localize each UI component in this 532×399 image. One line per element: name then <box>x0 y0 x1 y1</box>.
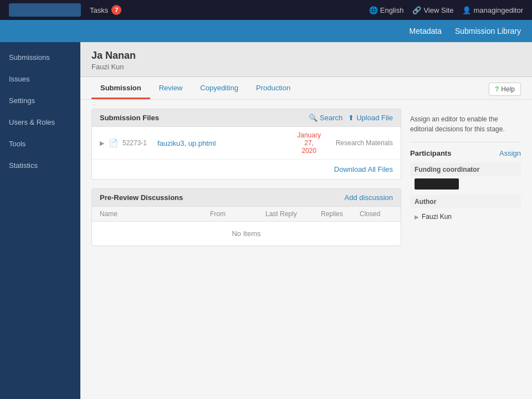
sidebar-item-tools[interactable]: Tools <box>0 133 80 155</box>
sidebar-tools-label: Tools <box>9 140 25 148</box>
search-icon: 🔍 <box>309 114 318 122</box>
app-logo <box>9 3 81 17</box>
discussions-table: Name From Last Reply Replies Closed No I… <box>92 207 401 245</box>
col-replies-header: Replies <box>321 210 360 218</box>
tab-review[interactable]: Review <box>150 77 192 99</box>
funding-coordinator-group: Funding coordinator <box>410 163 521 190</box>
view-site-link[interactable]: 🔗 View Site <box>412 6 453 14</box>
tab-copyediting[interactable]: Copyediting <box>191 77 247 99</box>
col-from-header: From <box>210 210 265 218</box>
tab-submission[interactable]: Submission <box>91 77 150 99</box>
tasks-label: Tasks <box>90 6 108 14</box>
sidebar-item-submissions[interactable]: Submissions <box>0 47 80 68</box>
discussions-header: Pre-Review Discussions Add discussion <box>92 189 401 207</box>
tab-production[interactable]: Production <box>247 77 299 99</box>
sidebar: Submissions Issues Settings Users & Role… <box>0 42 80 399</box>
tab-review-label: Review <box>159 84 183 92</box>
sidebar-item-issues[interactable]: Issues <box>0 68 80 90</box>
sidebar-item-statistics[interactable]: Statistics <box>0 155 80 176</box>
sidebar-issues-label: Issues <box>9 75 30 83</box>
sidebar-item-settings[interactable]: Settings <box>0 90 80 111</box>
funding-coordinator-label: Funding coordinator <box>410 163 521 176</box>
tasks-section[interactable]: Tasks 7 <box>90 5 121 15</box>
user-icon: 👤 <box>462 6 471 14</box>
search-label: Search <box>320 114 342 122</box>
participants-panel: Participants Assign Funding coordinator … <box>410 149 521 223</box>
submission-files-title: Submission Files <box>100 114 159 122</box>
col-name-header: Name <box>100 210 210 218</box>
globe-icon: 🌐 <box>369 6 378 14</box>
author-group: Author ▶ Fauzi Kun <box>410 195 521 223</box>
author-participant-item: ▶ Fauzi Kun <box>410 211 521 223</box>
discussions-table-header: Name From Last Reply Replies Closed <box>92 207 401 222</box>
tab-copyediting-label: Copyediting <box>200 84 238 92</box>
file-expand-icon[interactable]: ▶ <box>100 140 104 147</box>
view-site-label: View Site <box>423 6 453 14</box>
language-label: English <box>380 6 404 14</box>
top-bar: Tasks 7 🌐 English 🔗 View Site 👤 managing… <box>0 0 532 20</box>
add-discussion-label: Add discussion <box>345 193 393 202</box>
file-name-link[interactable]: fauziku3, up.phtml <box>157 139 283 147</box>
help-icon: ? <box>495 85 499 93</box>
no-items-message: No Items <box>92 222 401 245</box>
right-column: Assign an editor to enable the editorial… <box>410 109 521 255</box>
submission-files-header: Submission Files 🔍 Search ⬆ Upload File <box>92 109 401 127</box>
file-type: Research Materials <box>336 139 393 147</box>
submission-files-actions: 🔍 Search ⬆ Upload File <box>309 114 393 122</box>
add-discussion-link[interactable]: Add discussion <box>345 193 393 202</box>
external-link-icon: 🔗 <box>412 6 421 14</box>
download-all-section: Download All Files <box>92 160 401 179</box>
sidebar-statistics-label: Statistics <box>9 161 38 170</box>
left-column: Submission Files 🔍 Search ⬆ Upload File <box>91 109 401 255</box>
file-date: January27,2020 <box>287 131 331 155</box>
file-id: 52273-1 <box>122 139 153 147</box>
file-row: ▶ 📄 52273-1 fauziku3, up.phtml January27… <box>92 127 401 160</box>
author-person-name: Fauzi Kun <box>422 213 452 221</box>
tab-submission-label: Submission <box>100 84 141 92</box>
col-last-reply-header: Last Reply <box>265 210 321 218</box>
author-subtitle: Fauzi Kun <box>91 63 521 71</box>
participant-expand-icon[interactable]: ▶ <box>415 214 419 220</box>
tab-production-label: Production <box>256 84 290 92</box>
redacted-participant <box>415 178 459 190</box>
user-menu[interactable]: 👤 managingeditor <box>462 6 523 14</box>
tasks-badge: 7 <box>111 5 121 15</box>
help-button[interactable]: ? Help <box>489 83 521 96</box>
top-bar-right: 🌐 English 🔗 View Site 👤 managingeditor <box>369 6 523 14</box>
search-link[interactable]: 🔍 Search <box>309 114 342 122</box>
tabs-bar: Submission Review Copyediting Production… <box>80 77 532 100</box>
language-selector[interactable]: 🌐 English <box>369 6 404 14</box>
discussions-panel: Pre-Review Discussions Add discussion Na… <box>91 188 401 246</box>
file-document-icon: 📄 <box>109 139 118 147</box>
download-all-link[interactable]: Download All Files <box>334 165 393 173</box>
assign-notice: Assign an editor to enable the editorial… <box>410 109 521 142</box>
sub-header: Metadata Submission Library <box>0 20 532 42</box>
participants-header: Participants Assign <box>410 149 521 157</box>
sidebar-settings-label: Settings <box>9 96 35 105</box>
top-bar-left: Tasks 7 <box>9 3 121 17</box>
username-label: managingeditor <box>473 6 523 14</box>
submission-header: Ja Nanan Fauzi Kun <box>80 42 532 77</box>
metadata-link[interactable]: Metadata <box>410 27 442 35</box>
submission-files-panel: Submission Files 🔍 Search ⬆ Upload File <box>91 109 401 180</box>
help-label: Help <box>501 85 515 93</box>
sidebar-item-users-roles[interactable]: Users & Roles <box>0 111 80 133</box>
submission-library-link[interactable]: Submission Library <box>455 27 521 35</box>
author-name: Ja Nanan <box>91 50 521 62</box>
content-area: Ja Nanan Fauzi Kun Submission Review Cop… <box>80 42 532 399</box>
discussions-title: Pre-Review Discussions <box>100 193 183 202</box>
author-group-label: Author <box>410 195 521 208</box>
assign-link[interactable]: Assign <box>499 149 521 157</box>
upload-file-link[interactable]: ⬆ Upload File <box>348 114 393 122</box>
upload-icon: ⬆ <box>348 114 354 122</box>
participants-title: Participants <box>410 149 451 157</box>
discussions-actions: Add discussion <box>345 193 393 202</box>
upload-label: Upload File <box>356 114 393 122</box>
col-closed-header: Closed <box>360 210 393 218</box>
sidebar-users-roles-label: Users & Roles <box>9 118 55 126</box>
content-columns: Submission Files 🔍 Search ⬆ Upload File <box>80 100 532 264</box>
main-layout: Submissions Issues Settings Users & Role… <box>0 42 532 399</box>
sidebar-submissions-label: Submissions <box>9 53 50 62</box>
tabs: Submission Review Copyediting Production <box>91 77 299 99</box>
